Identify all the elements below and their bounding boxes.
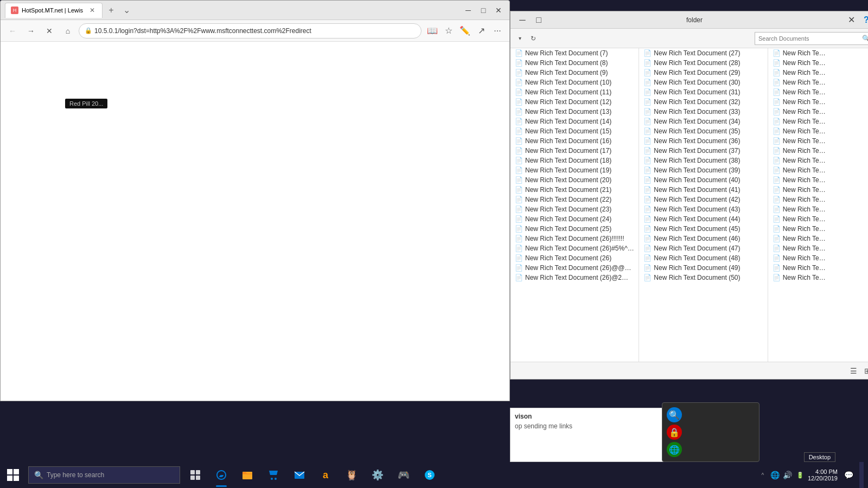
systray-expand-button[interactable]: ^ bbox=[757, 470, 768, 480]
file-item[interactable]: 📄New Rich Text Document (40) bbox=[639, 175, 767, 185]
file-item[interactable]: 📄New Rich Text Document (7) bbox=[510, 48, 639, 58]
systray-volume-icon[interactable]: 🔊 bbox=[782, 470, 793, 480]
close-button[interactable]: ✕ bbox=[492, 4, 505, 17]
taskbar-app5-icon[interactable]: ⚙️ bbox=[365, 462, 391, 488]
file-item[interactable]: 📄New Rich Text Document bbox=[768, 87, 833, 97]
file-item[interactable]: 📄New Rich Text Document (22) bbox=[510, 195, 639, 204]
list-view-button[interactable]: ☰ bbox=[847, 364, 860, 377]
tab-dropdown-button[interactable]: ⌄ bbox=[120, 4, 133, 17]
file-item[interactable]: 📄New Rich Text Document (26) bbox=[510, 253, 639, 263]
file-item[interactable]: 📄New Rich Text Document (26)@@@@ bbox=[510, 263, 639, 273]
file-item[interactable]: 📄New Rich Text Document (26)!!!!!!! bbox=[510, 234, 639, 243]
file-item[interactable]: 📄New Rich Text Document bbox=[768, 165, 833, 175]
search-box[interactable]: 🔍 bbox=[755, 32, 868, 45]
file-item[interactable]: 📄New Rich Text Document bbox=[768, 117, 833, 126]
file-item[interactable]: 📄New Rich Text Document (46) bbox=[639, 234, 767, 243]
file-item[interactable]: 📄New Rich Text Document (20) bbox=[510, 175, 639, 185]
file-item[interactable]: 📄New Rich Text Document bbox=[768, 185, 833, 195]
file-item[interactable]: 📄New Rich Text Document (26)#5%^&&^%R^& bbox=[510, 243, 639, 253]
notif-icon-lock[interactable]: 🔒 bbox=[667, 425, 682, 440]
explorer-close-button[interactable]: ✕ bbox=[844, 12, 859, 28]
file-item[interactable]: 📄New Rich Text Document bbox=[768, 273, 833, 282]
file-item[interactable]: 📄New Rich Text Document bbox=[768, 243, 833, 253]
file-item[interactable]: 📄New Rich Text Document (49) bbox=[639, 263, 767, 273]
explorer-maximize-button[interactable]: □ bbox=[531, 12, 546, 28]
settings-icon[interactable]: ··· bbox=[490, 23, 505, 38]
show-desktop-button[interactable] bbox=[859, 462, 864, 488]
file-item[interactable]: 📄New Rich Text Document bbox=[768, 97, 833, 107]
file-item[interactable]: 📄New Rich Text Document (10) bbox=[510, 78, 639, 87]
file-item[interactable]: 📄New Rich Text Document (15) bbox=[510, 126, 639, 136]
file-item[interactable]: 📄New Rich Text Document bbox=[768, 175, 833, 185]
file-item[interactable]: 📄New Rich Text Document (12) bbox=[510, 97, 639, 107]
taskbar-app6-icon[interactable]: 🎮 bbox=[391, 462, 417, 488]
file-item[interactable]: 📄New Rich Text Document (14) bbox=[510, 117, 639, 126]
file-item[interactable]: 📄New Rich Text Document (36) bbox=[639, 136, 767, 146]
taskbar-skype-icon[interactable]: S bbox=[417, 462, 443, 488]
notif-icon-globe[interactable]: 🌐 bbox=[667, 442, 682, 457]
file-item[interactable]: 📄New Rich Text Document bbox=[768, 58, 833, 68]
file-item[interactable]: 📄New Rich Text Document bbox=[768, 214, 833, 224]
file-item[interactable]: 📄New Rich Text Document (8) bbox=[510, 58, 639, 68]
file-item[interactable]: 📄New Rich Text Document (35) bbox=[639, 126, 767, 136]
file-item[interactable]: 📄New Rich Text Document bbox=[768, 195, 833, 204]
file-item[interactable]: 📄New Rich Text Document (34) bbox=[639, 117, 767, 126]
systray-network-icon[interactable]: 🌐 bbox=[770, 470, 781, 480]
file-item[interactable]: 📄New Rich Text Document bbox=[768, 107, 833, 117]
taskbar-tripadvisor-icon[interactable]: 🦉 bbox=[339, 462, 365, 488]
file-item[interactable]: 📄New Rich Text Document (18) bbox=[510, 156, 639, 165]
file-item[interactable]: 📄New Rich Text Document (16) bbox=[510, 136, 639, 146]
file-item[interactable]: 📄New Rich Text Document (21) bbox=[510, 185, 639, 195]
file-item[interactable]: 📄New Rich Text Document (38) bbox=[639, 156, 767, 165]
search-submit-button[interactable]: 🔍 bbox=[862, 35, 868, 42]
file-item[interactable]: 📄New Rich Text Document (42) bbox=[639, 195, 767, 204]
file-item[interactable]: 📄New Rich Text Document (50) bbox=[639, 273, 767, 282]
file-item[interactable]: 📄New Rich Text Document (30) bbox=[639, 78, 767, 87]
notes-icon[interactable]: ✏️ bbox=[457, 23, 473, 38]
browser-active-tab[interactable]: H HotSpot.MT.net | Lewis ✕ bbox=[5, 3, 103, 18]
file-item[interactable]: 📄New Rich Text Document bbox=[768, 156, 833, 165]
explorer-refresh-button[interactable]: ↻ bbox=[527, 32, 540, 45]
file-item[interactable]: 📄New Rich Text Document (13) bbox=[510, 107, 639, 117]
new-tab-button[interactable]: + bbox=[105, 4, 118, 17]
file-item[interactable]: 📄New Rich Text Document (44) bbox=[639, 214, 767, 224]
taskbar-store-icon[interactable] bbox=[260, 462, 286, 488]
taskbar-amazon-icon[interactable]: a bbox=[312, 462, 339, 488]
home-button[interactable]: ⌂ bbox=[60, 23, 75, 38]
action-center-button[interactable]: 💬 bbox=[840, 466, 857, 484]
taskbar-search-bar[interactable]: 🔍 Type here to search bbox=[28, 466, 180, 484]
tab-close-button[interactable]: ✕ bbox=[88, 6, 97, 15]
reload-button[interactable]: ✕ bbox=[42, 23, 57, 38]
explorer-help-button[interactable]: ? bbox=[859, 12, 868, 28]
taskbar-clock[interactable]: 4:00 PM 12/20/2019 bbox=[808, 468, 838, 481]
share-icon[interactable]: ↗ bbox=[474, 23, 489, 38]
back-button[interactable]: ← bbox=[5, 23, 20, 38]
file-item[interactable]: 📄New Rich Text Document bbox=[768, 253, 833, 263]
notif-icon-search[interactable]: 🔍 bbox=[667, 407, 682, 422]
file-item[interactable]: 📄New Rich Text Document bbox=[768, 68, 833, 78]
taskbar-edge-icon[interactable] bbox=[208, 462, 234, 488]
file-item[interactable]: 📄New Rich Text Document (31) bbox=[639, 87, 767, 97]
grid-view-button[interactable]: ⊞ bbox=[861, 364, 868, 377]
file-item[interactable]: 📄New Rich Text Document (26)@2@@@@ bbox=[510, 273, 639, 282]
file-item[interactable]: 📄New Rich Text Document (29) bbox=[639, 68, 767, 78]
file-item[interactable]: 📄New Rich Text Document bbox=[768, 224, 833, 234]
reader-view-icon[interactable]: 📖 bbox=[425, 23, 440, 38]
start-button[interactable] bbox=[0, 462, 26, 488]
favorites-icon[interactable]: ☆ bbox=[441, 23, 456, 38]
file-item[interactable]: 📄New Rich Text Document (39) bbox=[639, 165, 767, 175]
file-item[interactable]: 📄New Rich Text Document bbox=[768, 136, 833, 146]
file-item[interactable]: 📄New Rich Text Document (17) bbox=[510, 146, 639, 156]
file-item[interactable]: 📄New Rich Text Document bbox=[768, 234, 833, 243]
file-item[interactable]: 📄New Rich Text Document (23) bbox=[510, 204, 639, 214]
file-item[interactable]: 📄New Rich Text Document (33) bbox=[639, 107, 767, 117]
file-item[interactable]: 📄New Rich Text Document (45) bbox=[639, 224, 767, 234]
file-item[interactable]: 📄New Rich Text Document (28) bbox=[639, 58, 767, 68]
file-item[interactable]: 📄New Rich Text Document (48) bbox=[639, 253, 767, 263]
minimize-button[interactable]: ─ bbox=[462, 4, 475, 17]
forward-button[interactable]: → bbox=[23, 23, 39, 38]
file-item[interactable]: 📄New Rich Text Document (11) bbox=[510, 87, 639, 97]
task-view-button[interactable] bbox=[182, 462, 208, 488]
file-item[interactable]: 📄New Rich Text Document (27) bbox=[639, 48, 767, 58]
explorer-minimize-button[interactable]: ─ bbox=[515, 12, 530, 28]
